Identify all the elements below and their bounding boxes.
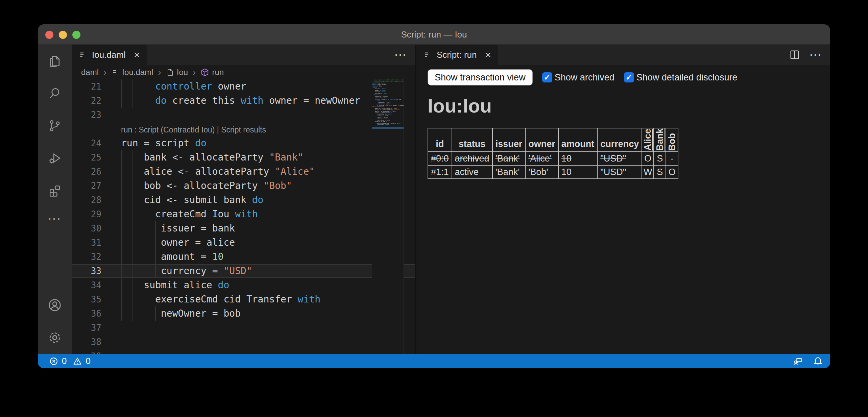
table-cell: #1:1	[428, 165, 452, 179]
minimap-line: newOwner = bob	[372, 124, 404, 125]
line-number[interactable]: 28	[72, 193, 101, 207]
run-and-debug-icon[interactable]	[38, 142, 72, 174]
tab-label: Iou.daml	[92, 50, 126, 60]
breadcrumb-separator-icon: ›	[103, 67, 106, 78]
line-number[interactable]: 32	[72, 250, 101, 264]
left-tab-bar: Iou.daml × ⋯	[72, 45, 415, 65]
account-icon[interactable]	[38, 289, 72, 321]
code-line[interactable]: 24run = script do	[72, 136, 415, 150]
show-transaction-view-button[interactable]: Show transaction view	[428, 69, 533, 85]
code-line[interactable]: 37	[72, 321, 415, 335]
line-number[interactable]: 23	[72, 108, 101, 122]
feedback-icon[interactable]	[792, 356, 803, 367]
close-tab-icon[interactable]: ×	[134, 50, 140, 60]
code-text: currency = "USD"	[121, 264, 252, 278]
line-number[interactable]: 34	[72, 278, 101, 292]
explorer-icon[interactable]	[38, 45, 72, 77]
breadcrumb-file[interactable]: Iou.daml	[111, 68, 153, 77]
vscode-window: Script: run — Iou	[38, 24, 830, 368]
tab-script-run[interactable]: Script: run ×	[416, 45, 498, 65]
codelens-separator: |	[215, 125, 221, 134]
code-line[interactable]: 36 newOwner = bob	[72, 306, 415, 321]
status-bar: 0 0	[38, 354, 830, 368]
line-number[interactable]: 36	[72, 306, 101, 321]
line-number[interactable]: 30	[72, 221, 101, 236]
checkbox-icon[interactable]: ✓	[542, 72, 552, 82]
settings-gear-icon[interactable]	[38, 321, 72, 354]
breadcrumb-symbol-run[interactable]: run	[200, 68, 224, 77]
code-line[interactable]: 35 exerciseCmd cid Transfer with	[72, 292, 415, 306]
split-editor-icon[interactable]	[789, 49, 800, 60]
search-icon[interactable]	[38, 77, 72, 109]
table-row: #1:1active'Bank''Bob'10"USD"WSO	[428, 165, 678, 179]
code-line[interactable]: 25 bank <- allocateParty "Bank"	[72, 150, 415, 165]
code-line[interactable]: 39	[72, 349, 415, 354]
close-tab-icon[interactable]: ×	[485, 50, 491, 60]
breadcrumb-symbol-file[interactable]: Iou	[166, 68, 188, 77]
code-text: bank <- allocateParty "Bank"	[121, 150, 303, 165]
line-number[interactable]: 26	[72, 165, 101, 179]
tab-iou-daml[interactable]: Iou.daml ×	[72, 45, 147, 65]
table-cell: 10	[558, 165, 598, 179]
code-text: bob <- allocateParty "Bob"	[121, 179, 292, 193]
checkbox-show-detailed-disclosure[interactable]: ✓Show detailed disclosure	[624, 72, 738, 83]
code-editor[interactable]: 21 controller owner22 do create this wit…	[72, 79, 415, 354]
code-text: amount = 10	[121, 250, 223, 264]
line-number[interactable]: 35	[72, 292, 101, 306]
line-number[interactable]: 27	[72, 179, 101, 193]
breadcrumb-separator-icon: ›	[158, 67, 161, 78]
code-text: controller owner	[121, 79, 246, 94]
code-line[interactable]: 29 createCmd Iou with	[72, 207, 415, 221]
table-row: #0:0archived'Bank''Alice'10"USD"OS-	[428, 152, 678, 165]
codelens-signature-link[interactable]: run : Script (ContractId Iou)	[121, 125, 215, 134]
checkbox-icon[interactable]: ✓	[624, 72, 634, 82]
line-number[interactable]: 37	[72, 321, 101, 335]
line-number[interactable]: 33	[72, 264, 101, 278]
extensions-icon[interactable]	[38, 174, 72, 207]
code-line[interactable]: 32 amount = 10	[72, 250, 415, 264]
line-number[interactable]: 31	[72, 236, 101, 250]
party-column-header-alice: Alice	[642, 128, 654, 152]
party-role-cell: W	[642, 165, 654, 179]
line-number[interactable]: 39	[72, 349, 101, 354]
code-line[interactable]: 28 cid <- submit bank do	[72, 193, 415, 207]
checkbox-show-archived[interactable]: ✓Show archived	[542, 72, 614, 83]
problems-status[interactable]: 0 0	[49, 356, 91, 366]
title-bar: Script: run — Iou	[38, 24, 830, 45]
code-line[interactable]: 30 issuer = bank	[72, 221, 415, 236]
party-column-header-bank: Bank	[654, 128, 666, 152]
minimap[interactable]: -- Copyright (c) 2023 Digital Asset (Swi…	[372, 79, 404, 354]
line-number[interactable]: 29	[72, 207, 101, 221]
code-text: run = script do	[121, 136, 207, 150]
tab-label: Script: run	[437, 50, 477, 60]
line-number[interactable]: 24	[72, 136, 101, 150]
more-actions-icon[interactable]: ⋯	[47, 207, 62, 230]
table-cell: 10	[558, 152, 598, 165]
code-line[interactable]: 21 controller owner	[72, 79, 415, 94]
line-number[interactable]: 38	[72, 335, 101, 349]
module-cube-icon	[200, 68, 209, 77]
editor-group-left: Iou.daml × ⋯ daml › Iou.daml › Iou	[72, 45, 415, 354]
code-line[interactable]: 34 submit alice do	[72, 278, 415, 292]
source-control-icon[interactable]	[38, 109, 72, 142]
code-line[interactable]: 26 alice <- allocateParty "Alice"	[72, 165, 415, 179]
column-header-id: id	[428, 128, 452, 152]
code-line[interactable]: 27 bob <- allocateParty "Bob"	[72, 179, 415, 193]
code-line[interactable]: 23	[72, 108, 415, 122]
line-number[interactable]: 21	[72, 79, 101, 94]
notifications-bell-icon[interactable]	[813, 356, 823, 367]
codelens-results-link[interactable]: Script results	[221, 125, 266, 134]
code-text: submit alice do	[121, 278, 229, 292]
code-line[interactable]: 38	[72, 335, 415, 349]
minimap-current-line-highlight	[372, 127, 404, 129]
column-header-owner: owner	[525, 128, 558, 152]
column-header-currency: currency	[597, 128, 642, 152]
code-line[interactable]: 33 currency = "USD"	[72, 264, 415, 278]
editor-actions-more-icon[interactable]: ⋯	[394, 48, 407, 62]
code-line[interactable]: 22 do create this with owner = newOwner	[72, 94, 415, 108]
panel-actions-more-icon[interactable]: ⋯	[809, 48, 822, 62]
code-line[interactable]: 31 owner = alice	[72, 236, 415, 250]
breadcrumb-folder[interactable]: daml	[81, 68, 99, 77]
line-number[interactable]: 22	[72, 94, 101, 108]
line-number[interactable]: 25	[72, 150, 101, 165]
